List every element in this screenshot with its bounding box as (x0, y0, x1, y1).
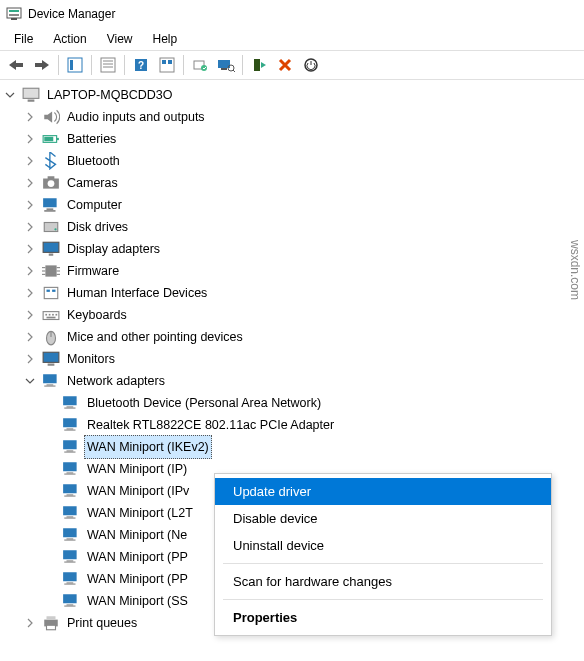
svg-rect-55 (47, 317, 56, 319)
expander-icon[interactable] (22, 373, 38, 389)
svg-rect-68 (64, 430, 75, 431)
expander-icon[interactable] (22, 153, 38, 169)
svg-rect-79 (67, 516, 74, 517)
tree-device[interactable]: Realtek RTL8822CE 802.11ac PCIe Adapter (0, 414, 584, 436)
expander-icon[interactable] (22, 175, 38, 191)
svg-rect-33 (43, 198, 57, 207)
monitor-icon (42, 350, 60, 368)
keyboard-icon (42, 306, 60, 324)
tree-category-label: Keyboards (64, 304, 130, 326)
context-update-driver[interactable]: Update driver (215, 478, 551, 505)
tree-device-label: Bluetooth Device (Personal Area Network) (84, 392, 324, 414)
svg-rect-83 (64, 540, 75, 541)
update-driver-button[interactable] (188, 53, 212, 77)
disable-device-button[interactable] (299, 53, 323, 77)
properties-button[interactable] (96, 53, 120, 77)
svg-rect-8 (101, 58, 115, 72)
computer-icon (22, 86, 40, 104)
tree-category[interactable]: Disk drives (0, 216, 584, 238)
expander-icon[interactable] (22, 263, 38, 279)
expander-icon[interactable] (22, 307, 38, 323)
svg-rect-82 (67, 538, 74, 539)
firmware-icon (42, 262, 60, 280)
tree-category[interactable]: Bluetooth (0, 150, 584, 172)
expander-icon[interactable] (22, 615, 38, 631)
tree-root-label: LAPTOP-MQBCDD3O (44, 84, 176, 106)
watermark: wsxdn.com (568, 240, 582, 300)
speaker-icon (42, 108, 60, 126)
scan-hardware-button[interactable] (214, 53, 238, 77)
window-title: Device Manager (28, 7, 115, 21)
expander-icon[interactable] (22, 197, 38, 213)
display-icon (42, 240, 60, 258)
help-button[interactable]: ? (129, 53, 153, 77)
tree-category[interactable]: Computer (0, 194, 584, 216)
context-properties[interactable]: Properties (215, 604, 551, 631)
expander-icon[interactable] (22, 241, 38, 257)
back-button[interactable] (4, 53, 28, 77)
tree-category[interactable]: Firmware (0, 260, 584, 282)
svg-rect-70 (67, 450, 74, 451)
tree-category[interactable]: Display adapters (0, 238, 584, 260)
expander-icon[interactable] (22, 109, 38, 125)
svg-rect-20 (221, 68, 227, 70)
svg-rect-87 (63, 572, 77, 581)
svg-rect-62 (44, 386, 55, 387)
svg-rect-38 (43, 242, 59, 252)
context-scan-hardware[interactable]: Scan for hardware changes (215, 568, 551, 595)
tree-category[interactable]: Keyboards (0, 304, 584, 326)
network-icon (62, 460, 80, 478)
svg-rect-25 (23, 88, 39, 98)
svg-rect-72 (63, 462, 77, 471)
svg-rect-80 (64, 518, 75, 519)
action-icons-button[interactable] (155, 53, 179, 77)
tree-root[interactable]: LAPTOP-MQBCDD3O (0, 84, 584, 106)
show-hide-tree-button[interactable] (63, 53, 87, 77)
tree-category[interactable]: Batteries (0, 128, 584, 150)
expander-placeholder (42, 593, 58, 609)
tree-category[interactable]: Audio inputs and outputs (0, 106, 584, 128)
svg-rect-90 (63, 594, 77, 603)
expander-icon[interactable] (22, 329, 38, 345)
tree-category-label: Print queues (64, 612, 140, 634)
tree-category-label: Cameras (64, 172, 121, 194)
svg-point-18 (201, 65, 207, 71)
tree-category-label: Batteries (64, 128, 119, 150)
expander-placeholder (42, 483, 58, 499)
tree-category[interactable]: Mice and other pointing devices (0, 326, 584, 348)
menu-view[interactable]: View (97, 30, 143, 48)
context-separator (223, 563, 543, 564)
computer-icon (42, 196, 60, 214)
uninstall-device-button[interactable] (273, 53, 297, 77)
context-disable-device[interactable]: Disable device (215, 505, 551, 532)
enable-device-button[interactable] (247, 53, 271, 77)
network-icon (62, 482, 80, 500)
forward-button[interactable] (30, 53, 54, 77)
tree-device-label: WAN Miniport (Ne (84, 524, 190, 546)
expander-icon[interactable] (22, 219, 38, 235)
svg-rect-39 (49, 254, 54, 256)
menu-file[interactable]: File (4, 30, 43, 48)
expander-icon[interactable] (2, 87, 18, 103)
tree-category[interactable]: Cameras (0, 172, 584, 194)
context-menu: Update driver Disable device Uninstall d… (214, 473, 552, 636)
expander-icon[interactable] (22, 351, 38, 367)
tree-category[interactable]: Network adapters (0, 370, 584, 392)
tree-device[interactable]: Bluetooth Device (Personal Area Network) (0, 392, 584, 414)
tree-category[interactable]: Monitors (0, 348, 584, 370)
expander-icon[interactable] (22, 131, 38, 147)
tree-category[interactable]: Human Interface Devices (0, 282, 584, 304)
expander-placeholder (42, 571, 58, 587)
svg-point-37 (54, 228, 56, 230)
svg-rect-84 (63, 550, 77, 559)
network-icon (62, 592, 80, 610)
tree-category-label: Audio inputs and outputs (64, 106, 208, 128)
tree-category-label: Human Interface Devices (64, 282, 210, 304)
menu-action[interactable]: Action (43, 30, 96, 48)
tree-device[interactable]: WAN Miniport (IKEv2) (0, 436, 584, 458)
context-uninstall-device[interactable]: Uninstall device (215, 532, 551, 559)
svg-rect-86 (64, 562, 75, 563)
expander-icon[interactable] (22, 285, 38, 301)
menu-help[interactable]: Help (143, 30, 188, 48)
svg-rect-76 (67, 494, 74, 495)
